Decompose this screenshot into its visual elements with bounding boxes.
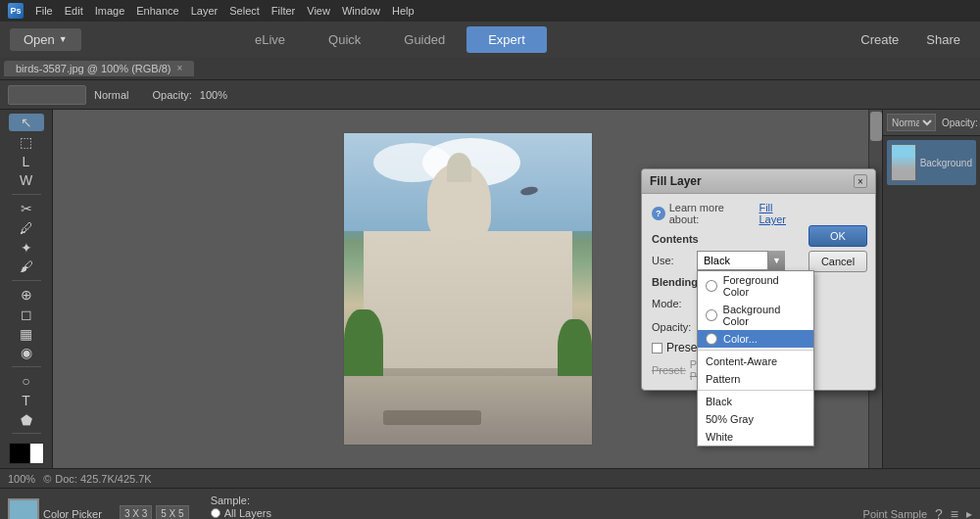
menu-layer[interactable]: Layer [191,5,219,17]
size-3x3-button[interactable]: 3 X 3 [120,505,152,519]
color-swatches[interactable] [9,443,44,464]
open-button[interactable]: Open ▼ [10,28,81,51]
dropdown-item-black[interactable]: Black [698,393,813,410]
dropdown-item-50gray[interactable]: 50% Gray [698,410,813,428]
tool-select[interactable]: ↖ [9,114,44,131]
tool-eraser[interactable]: ◻ [9,306,44,323]
use-select[interactable]: Black [697,251,785,270]
dialog-buttons: OK Cancel [808,225,867,272]
tool-eyedropper[interactable]: 🖊 [9,219,44,237]
main-area: ↖ ⬚ L W ✂ 🖊 ✦ 🖌 ⊕ ◻ ▦ ◉ ○ T ⬟ [0,110,980,468]
help-icon: ? [652,207,665,220]
menu-file[interactable]: File [35,5,53,17]
use-field-row: Use: Black ▼ Foreground Color Bac [652,251,802,270]
opacity-label: Opacity: [652,321,691,333]
opacity-value: 100% [200,89,227,101]
dialog-close-button[interactable]: × [854,174,867,188]
dropdown-item-white[interactable]: White [698,428,813,446]
close-tab-button[interactable]: × [177,63,183,73]
mode-tabs: eLive Quick Guided Expert [233,26,547,53]
all-layers-option[interactable]: All Layers [211,507,290,519]
tool-clone[interactable]: ⊕ [9,286,44,304]
panel-menu-icon[interactable]: ≡ [951,506,958,520]
tool-blur[interactable]: ◉ [9,344,44,361]
dropdown-item-color[interactable]: Color... [698,330,813,348]
canvas-area: Fill Layer × OK Cancel ? Learn more abou… [53,110,882,468]
left-toolbar: ↖ ⬚ L W ✂ 🖊 ✦ 🖌 ⊕ ◻ ▦ ◉ ○ T ⬟ [0,110,53,468]
blend-label: Normal [94,89,128,101]
dropdown-item-foreground[interactable]: Foreground Color [698,271,813,301]
bottom-bar: Color Picker 3 X 3 5 X 5 Sample: All Lay… [0,488,980,519]
tool-shape[interactable]: ⬟ [9,411,44,429]
size-5x5-button[interactable]: 5 X 5 [156,505,188,519]
layer-item-background[interactable]: Background [887,140,976,185]
toolbar-separator-2 [12,280,41,281]
document-tab-name: birds-3587.jpg @ 100% (RGB/8) [16,63,172,74]
menu-bar: Ps File Edit Image Enhance Layer Select … [0,0,980,22]
cancel-button[interactable]: Cancel [808,251,867,272]
tab-expert[interactable]: Expert [466,26,547,53]
canvas-image [343,132,593,446]
layer-name: Background [920,158,972,168]
sample-options: All Layers Current Layer [211,507,290,520]
tool-spot-heal[interactable]: ✦ [9,239,44,257]
tool-marquee[interactable]: ⬚ [9,133,44,151]
tool-brush[interactable]: 🖌 [9,258,44,275]
preset-label: Preset: [652,364,686,376]
menu-window[interactable]: Window [342,5,380,17]
tool-lasso[interactable]: L [9,153,44,170]
toolbar-separator-3 [12,366,41,367]
layers-blend-select[interactable]: Normal [887,114,936,131]
status-bar: 100% © Doc: 425.7K/425.7K [0,468,980,488]
dropdown-list: Foreground Color Background Color Color.… [697,270,814,447]
menu-enhance[interactable]: Enhance [136,5,178,17]
tool-dodge[interactable]: ○ [9,372,44,390]
tool-crop[interactable]: ✂ [9,200,44,217]
foreground-color-swatch[interactable] [9,443,30,464]
right-buttons: Create Share [851,28,970,51]
color-swatch-large[interactable] [8,498,39,520]
use-label: Use: [652,255,691,266]
tab-quick[interactable]: Quick [307,26,382,53]
menu-select[interactable]: Select [229,5,260,17]
copyright-icon: © [43,473,51,485]
menu-view[interactable]: View [307,5,330,17]
document-tab[interactable]: birds-3587.jpg @ 100% (RGB/8) × [4,61,194,76]
tool-magic-wand[interactable]: W [9,171,44,189]
help-question-icon[interactable]: ? [935,506,943,520]
share-button[interactable]: Share [916,28,970,51]
dropdown-separator-2 [698,390,813,391]
app-icon: Ps [8,3,24,19]
right-panel: Normal Opacity: 100% Background [882,110,980,468]
tab-guided[interactable]: Guided [382,26,466,53]
menu-help[interactable]: Help [392,5,415,17]
mode-label: Mode: [652,298,691,309]
sample-label: Sample: [211,495,250,506]
opacity-label: Opacity: [152,89,191,101]
toolbar-separator-4 [12,433,41,434]
dialog-title: Fill Layer [650,174,702,188]
point-sample-label: Point Sample [863,508,927,520]
dropdown-item-background[interactable]: Background Color [698,301,813,330]
tool-gradient[interactable]: ▦ [9,325,44,343]
ok-button[interactable]: OK [808,225,867,247]
layers-opacity-label: Opacity: [942,118,978,128]
help-text: Learn more about: [669,202,756,225]
dialog-titlebar: Fill Layer × [642,169,875,194]
document-tab-bar: birds-3587.jpg @ 100% (RGB/8) × [0,57,980,80]
menu-image[interactable]: Image [95,5,125,17]
tool-text[interactable]: T [9,392,44,409]
color-picker-label: Color Picker [43,508,102,520]
expand-icon[interactable]: ▸ [966,507,972,520]
create-button[interactable]: Create [851,28,908,51]
use-select-wrapper[interactable]: Black ▼ Foreground Color Background Colo… [697,251,785,270]
dropdown-item-content-aware[interactable]: Content-Aware [698,353,813,370]
help-link[interactable]: Fill Layer [759,202,802,225]
dropdown-item-pattern[interactable]: Pattern [698,370,813,388]
menu-edit[interactable]: Edit [65,5,83,17]
tab-elive[interactable]: eLive [233,26,307,53]
preserve-checkbox[interactable] [652,343,662,354]
dropdown-separator-1 [698,350,813,351]
menu-filter[interactable]: Filter [271,5,295,17]
layer-thumbnail [891,144,916,181]
